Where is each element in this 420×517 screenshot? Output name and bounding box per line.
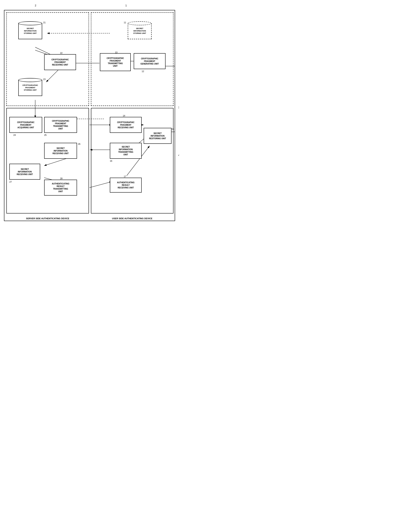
- ref-27: 27: [9, 181, 12, 183]
- ref-24: 24: [13, 134, 16, 136]
- unit-11-body: SECRETINFORMATIONSTORING UNIT: [128, 23, 152, 39]
- ref-14: 14: [123, 115, 125, 117]
- unit-26: SECRETINFORMATIONRECEIVING UNIT: [44, 143, 77, 159]
- ref-13: 13: [115, 51, 117, 54]
- ref-21: 21: [43, 21, 45, 24]
- unit-22: CRYPTOGRAPHICFRAGMENTRECEIVING UNIT: [44, 54, 76, 70]
- ref-12: 12: [142, 70, 144, 72]
- unit-28: AUTHENTICATINGRESULTTRANSMITTINGUNIT: [44, 180, 77, 196]
- ref-25: 25: [44, 134, 46, 136]
- unit-23-body: CRYPTOGRAPHICFRAGMENTSTORING UNIT: [18, 80, 42, 96]
- ref-3: 3: [178, 106, 179, 109]
- unit-14: CRYPTOGRAPHICFRAGMENTRECEIVING UNIT: [110, 117, 142, 133]
- ref-11: 11: [124, 21, 126, 24]
- main-diagram: 3 4: [4, 10, 175, 221]
- ref-23: 23: [43, 78, 45, 80]
- unit-11-top: [128, 21, 152, 25]
- unit-17: AUTHENTICATINGRESULTRECEIVING UNIT: [110, 178, 142, 193]
- unit-23-top: [18, 78, 42, 82]
- unit-21-top: [18, 21, 42, 25]
- ref-16: 16: [110, 160, 112, 162]
- unit-23: CRYPTOGRAPHICFRAGMENTSTORING UNIT: [18, 78, 42, 96]
- ref-4: 4: [178, 154, 179, 157]
- ref-26: 26: [78, 143, 80, 145]
- ref-28: 28: [60, 177, 62, 180]
- ref-2: 2: [35, 4, 36, 7]
- unit-16: SECRETINFORMATIONTRANSMITTINGUNIT: [110, 143, 142, 159]
- unit-24: CRYPTOGRAPHICFRAGMENTACQUIRING UNIT: [9, 117, 42, 133]
- unit-15: SECRETINFORMATIONRESTORING UNIT: [144, 128, 172, 144]
- ref-15: 15: [172, 128, 174, 130]
- unit-27: SECRETINFORMATIONRECEIVING UNIT: [9, 164, 40, 180]
- ref-22: 22: [60, 52, 62, 54]
- unit-21: SECRETINFORMATIONSTORING UNIT: [18, 21, 42, 39]
- unit-12: CRYPTOGRAPHICFRAGMENTGENERATING UNIT: [134, 53, 165, 69]
- unit-25: CRYPTOGRAPHICFRAGMENTTRANSMITTINGUNIT: [44, 117, 77, 133]
- user-label: USER SIDE AUTHENTICATING DEVICE: [91, 217, 173, 220]
- server-label: SERVER SIDE AUTHENTICATING DEVICE: [6, 217, 89, 220]
- ref-1: 1: [125, 4, 127, 7]
- unit-21-body: SECRETINFORMATIONSTORING UNIT: [18, 23, 42, 39]
- unit-13: CRYPTOGRAPHICFRAGMENTTRANSMITTINGUNIT: [100, 53, 131, 71]
- unit-11: SECRETINFORMATIONSTORING UNIT: [128, 21, 152, 39]
- ref-17: 17: [124, 175, 126, 178]
